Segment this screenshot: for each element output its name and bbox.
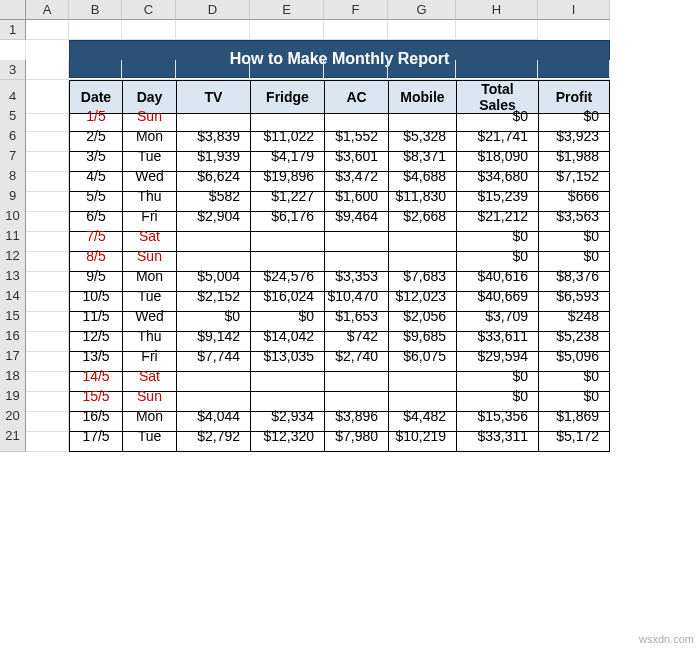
empty-cell[interactable] xyxy=(26,20,69,40)
cell-profit[interactable]: $5,172 xyxy=(538,420,610,452)
grid: ABCDEFGHI1How to Make Monthly Report34Da… xyxy=(0,0,700,440)
empty-cell[interactable] xyxy=(324,20,388,40)
empty-cell[interactable] xyxy=(456,60,538,80)
empty-cell[interactable] xyxy=(388,20,456,40)
select-all-corner[interactable] xyxy=(0,0,26,20)
empty-cell[interactable] xyxy=(388,60,456,80)
col-header-F[interactable]: F xyxy=(324,0,388,20)
cell-tv[interactable]: $2,792 xyxy=(176,420,250,452)
cell-date[interactable]: 17/5 xyxy=(69,420,122,452)
empty-cell[interactable] xyxy=(26,420,69,452)
empty-cell[interactable] xyxy=(176,20,250,40)
col-header-A[interactable]: A xyxy=(26,0,69,20)
empty-cell[interactable] xyxy=(122,60,176,80)
empty-cell[interactable] xyxy=(456,20,538,40)
row-header-21[interactable]: 21 xyxy=(0,420,26,452)
spreadsheet: ABCDEFGHI1How to Make Monthly Report34Da… xyxy=(0,0,700,649)
empty-cell[interactable] xyxy=(250,20,324,40)
col-header-D[interactable]: D xyxy=(176,0,250,20)
cell-ac[interactable]: $7,980 xyxy=(324,420,388,452)
empty-cell[interactable] xyxy=(69,60,122,80)
cell-fridge[interactable]: $12,320 xyxy=(250,420,324,452)
empty-cell[interactable] xyxy=(176,60,250,80)
empty-cell[interactable] xyxy=(324,60,388,80)
row-header-1[interactable]: 1 xyxy=(0,20,26,40)
empty-cell[interactable] xyxy=(69,20,122,40)
col-header-C[interactable]: C xyxy=(122,0,176,20)
empty-cell[interactable] xyxy=(250,60,324,80)
col-header-E[interactable]: E xyxy=(250,0,324,20)
col-header-I[interactable]: I xyxy=(538,0,610,20)
empty-cell[interactable] xyxy=(538,60,610,80)
cell-mobile[interactable]: $10,219 xyxy=(388,420,456,452)
empty-cell[interactable] xyxy=(122,20,176,40)
col-header-G[interactable]: G xyxy=(388,0,456,20)
cell-total[interactable]: $33,311 xyxy=(456,420,538,452)
row-header-3[interactable]: 3 xyxy=(0,60,26,80)
col-header-H[interactable]: H xyxy=(456,0,538,20)
watermark: wsxdn.com xyxy=(639,633,694,645)
empty-cell[interactable] xyxy=(26,60,69,80)
cell-day[interactable]: Tue xyxy=(122,420,176,452)
col-header-B[interactable]: B xyxy=(69,0,122,20)
